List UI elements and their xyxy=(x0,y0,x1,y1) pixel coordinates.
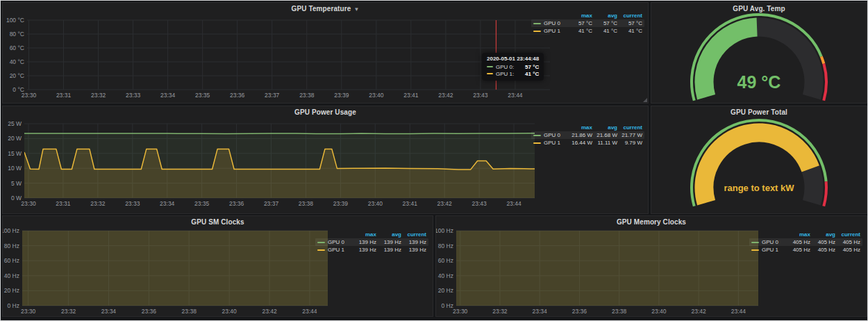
legend-series-row: GPU 1405 Hz405 Hz405 Hz xyxy=(749,246,862,254)
svg-text:23:38: 23:38 xyxy=(612,308,627,315)
series-color-dash xyxy=(317,249,325,251)
series-color-dash xyxy=(533,31,541,32)
tooltip-series-row: GPU 0:57 °C xyxy=(487,63,539,70)
legend-stat-avg: 41 °C xyxy=(592,27,617,35)
svg-text:23:34: 23:34 xyxy=(533,308,548,315)
svg-text:23:30: 23:30 xyxy=(21,308,36,315)
svg-text:23:30: 23:30 xyxy=(21,200,36,207)
svg-text:23:44: 23:44 xyxy=(731,308,746,315)
series-color-dash xyxy=(533,135,541,136)
svg-text:23:32: 23:32 xyxy=(61,308,76,315)
svg-text:23:32: 23:32 xyxy=(91,92,106,99)
svg-text:20 W: 20 W xyxy=(8,135,22,142)
svg-text:23:31: 23:31 xyxy=(56,92,72,99)
legend-sort-current[interactable]: current xyxy=(835,231,860,238)
panel-gpu-sm-clocks: GPU SM Clocks 0 Hz20 Hz40 Hz60 Hz80 Hz10… xyxy=(2,215,433,317)
svg-text:23:40: 23:40 xyxy=(651,308,667,315)
panel-title-gpu-power-usage[interactable]: GPU Power Usage xyxy=(3,106,648,118)
panel-title-text: GPU Power Usage xyxy=(294,108,356,116)
gpu-power-usage-chart[interactable]: 0 W5 W10 W15 W20 W25 W23:3023:3123:3223:… xyxy=(3,106,648,213)
svg-text:10 W: 10 W xyxy=(8,165,22,172)
panel-gpu-power-usage: GPU Power Usage 0 W5 W10 W15 W20 W25 W23… xyxy=(2,106,649,214)
tooltip-series-value: 57 °C xyxy=(525,64,539,70)
legend-sort-avg[interactable]: avg xyxy=(376,231,401,238)
legend-series-row: GPU 0139 Hz139 Hz139 Hz xyxy=(315,238,428,246)
legend-stat-current: 41 °C xyxy=(617,27,642,35)
legend-series-name[interactable]: GPU 1 xyxy=(762,246,785,254)
panel-title-gpu-temperature[interactable]: GPU Temperature▼ xyxy=(3,3,648,15)
panel-title-text: GPU SM Clocks xyxy=(191,218,244,226)
legend-stat-current: 405 Hz xyxy=(835,246,860,254)
panel-title-gpu-avg-temp[interactable]: GPU Avg. Temp xyxy=(651,3,867,15)
svg-text:40 Hz: 40 Hz xyxy=(4,272,19,279)
panel-resize-handle[interactable] xyxy=(643,98,647,102)
panel-title-text: GPU Power Total xyxy=(731,108,787,116)
legend-series-name[interactable]: GPU 1 xyxy=(328,246,351,254)
svg-text:60 Hz: 60 Hz xyxy=(4,257,19,264)
svg-text:23:39: 23:39 xyxy=(333,200,349,207)
legend-sort-avg[interactable]: avg xyxy=(810,231,835,238)
legend-stat-current: 9.79 W xyxy=(617,139,642,147)
legend-sort-max[interactable]: max xyxy=(351,231,376,238)
svg-text:23:34: 23:34 xyxy=(160,92,176,99)
svg-text:40 Hz: 40 Hz xyxy=(438,272,453,279)
svg-text:23:30: 23:30 xyxy=(22,92,37,99)
svg-text:23:44: 23:44 xyxy=(302,308,317,315)
legend-sort-max[interactable]: max xyxy=(567,124,592,131)
svg-text:23:35: 23:35 xyxy=(194,200,210,207)
panel-gpu-power-total: GPU Power Total range to text kW xyxy=(651,106,867,214)
svg-text:25 W: 25 W xyxy=(8,120,22,127)
panel-gpu-memory-clocks: GPU Memory Clocks 0 Hz20 Hz40 Hz60 Hz80 … xyxy=(435,215,867,317)
svg-text:80 Hz: 80 Hz xyxy=(438,242,453,249)
svg-text:23:39: 23:39 xyxy=(334,92,349,99)
legend-series-name[interactable]: GPU 0 xyxy=(544,19,567,27)
svg-text:23:36: 23:36 xyxy=(230,92,245,99)
svg-text:20 Hz: 20 Hz xyxy=(4,287,19,294)
legend-stat-max: 139 Hz xyxy=(351,238,376,246)
legend-sort-current[interactable]: current xyxy=(617,124,642,131)
svg-text:100 °C: 100 °C xyxy=(6,17,24,24)
legend-header-row: maxavgcurrent xyxy=(531,124,644,131)
svg-text:100 Hz: 100 Hz xyxy=(436,227,453,234)
legend-series-row: GPU 057 °C57 °C57 °C xyxy=(531,19,644,27)
panel-gpu-temperature: GPU Temperature▼ 0 °C20 °C40 °C60 °C80 °… xyxy=(2,2,649,104)
tooltip-series-row: GPU 1:41 °C xyxy=(487,70,539,77)
tooltip-timestamp: 2020-05-01 23:44:48 xyxy=(487,56,539,62)
legend-gpu-power-usage: maxavgcurrentGPU 021.86 W21.68 W21.77 WG… xyxy=(531,124,644,147)
legend-sort-avg[interactable]: avg xyxy=(592,124,617,131)
svg-text:23:35: 23:35 xyxy=(195,92,210,99)
panel-title-text: GPU Avg. Temp xyxy=(733,5,785,13)
svg-text:23:41: 23:41 xyxy=(403,200,418,207)
panel-title-text: GPU Memory Clocks xyxy=(617,218,686,226)
svg-text:80 °C: 80 °C xyxy=(10,31,24,38)
legend-sort-current[interactable]: current xyxy=(401,231,426,238)
legend-series-name[interactable]: GPU 0 xyxy=(762,238,785,246)
panel-title-gpu-power-total[interactable]: GPU Power Total xyxy=(651,106,867,118)
legend-series-row: GPU 141 °C41 °C41 °C xyxy=(531,27,644,35)
legend-stat-current: 57 °C xyxy=(617,19,642,27)
legend-stat-current: 405 Hz xyxy=(835,238,860,246)
svg-text:23:33: 23:33 xyxy=(125,200,140,207)
panel-title-gpu-sm-clocks[interactable]: GPU SM Clocks xyxy=(3,216,433,228)
svg-text:23:42: 23:42 xyxy=(438,92,453,99)
panel-title-gpu-memory-clocks[interactable]: GPU Memory Clocks xyxy=(436,216,867,228)
svg-text:23:38: 23:38 xyxy=(299,92,315,99)
svg-text:23:31: 23:31 xyxy=(56,200,71,207)
legend-series-name[interactable]: GPU 1 xyxy=(544,139,567,147)
svg-text:0 Hz: 0 Hz xyxy=(442,302,453,309)
svg-text:23:30: 23:30 xyxy=(453,308,468,315)
legend-stat-max: 21.86 W xyxy=(567,131,592,139)
legend-series-name[interactable]: GPU 1 xyxy=(544,27,567,35)
legend-series-name[interactable]: GPU 0 xyxy=(328,238,351,246)
legend-gpu-memory-clocks: maxavgcurrentGPU 0405 Hz405 Hz405 HzGPU … xyxy=(749,231,862,254)
series-color-dash xyxy=(533,23,541,24)
legend-sort-max[interactable]: max xyxy=(785,231,810,238)
legend-series-name[interactable]: GPU 0 xyxy=(544,131,567,139)
legend-series-row: GPU 1139 Hz139 Hz139 Hz xyxy=(315,246,428,254)
svg-text:23:34: 23:34 xyxy=(160,200,175,207)
svg-text:5 W: 5 W xyxy=(11,180,22,187)
gauge-value-avg-temp: 49 °C xyxy=(651,72,867,92)
chart-tooltip: 2020-05-01 23:44:48 GPU 0:57 °CGPU 1:41 … xyxy=(482,53,544,81)
legend-stat-current: 139 Hz xyxy=(401,246,426,254)
svg-text:23:42: 23:42 xyxy=(437,200,453,207)
